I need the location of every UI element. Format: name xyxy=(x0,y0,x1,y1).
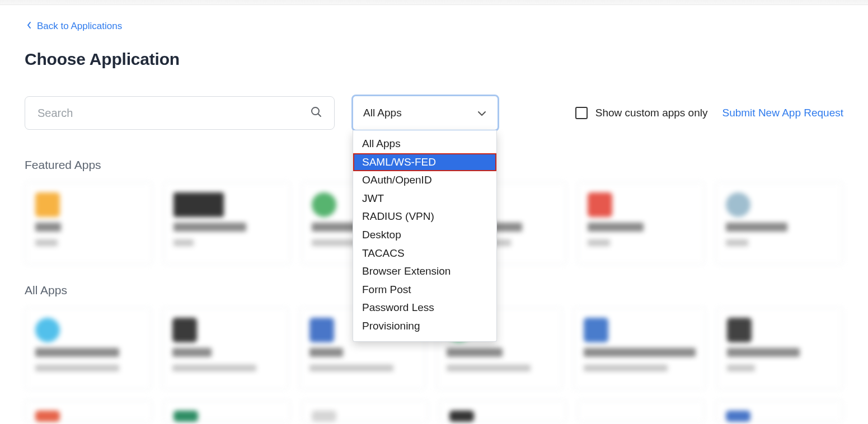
app-icon xyxy=(35,411,60,422)
dropdown-option[interactable]: Provisioning xyxy=(353,317,496,336)
app-name xyxy=(726,223,787,232)
app-card[interactable] xyxy=(573,307,706,390)
dropdown-option[interactable]: TACACS xyxy=(353,244,496,263)
app-name xyxy=(309,348,343,357)
app-name xyxy=(35,223,61,232)
app-name xyxy=(447,348,503,357)
app-name xyxy=(584,348,696,357)
app-card[interactable] xyxy=(25,182,153,265)
app-card[interactable] xyxy=(25,307,152,390)
dropdown-option[interactable]: Form Post xyxy=(353,281,496,299)
app-card[interactable] xyxy=(577,182,705,265)
dropdown-option[interactable]: Browser Extension xyxy=(353,262,496,281)
app-icon xyxy=(173,192,224,217)
app-subtitle xyxy=(172,365,256,371)
app-subtitle xyxy=(309,365,393,371)
app-icon xyxy=(309,318,334,342)
search-input-container[interactable] xyxy=(25,96,335,130)
app-icon xyxy=(726,411,750,422)
dropdown-option[interactable]: All Apps xyxy=(353,135,496,153)
app-type-dropdown-menu: All AppsSAML/WS-FEDOAuth/OpenIDJWTRADIUS… xyxy=(353,130,497,342)
app-card[interactable] xyxy=(716,307,843,390)
app-subtitle xyxy=(35,365,119,371)
app-name xyxy=(35,348,119,357)
page-title: Choose Application xyxy=(25,50,843,69)
all-apps-grid-row2 xyxy=(25,400,843,422)
back-link-label: Back to Applications xyxy=(37,21,122,32)
dropdown-option[interactable]: JWT xyxy=(353,190,496,208)
chevron-left-icon xyxy=(27,21,31,32)
app-subtitle xyxy=(588,239,610,246)
app-icon xyxy=(172,318,197,342)
app-card[interactable] xyxy=(577,400,705,422)
dropdown-option[interactable]: RADIUS (VPN) xyxy=(353,208,496,226)
app-card[interactable] xyxy=(301,400,429,422)
app-card[interactable] xyxy=(25,400,153,422)
app-card[interactable] xyxy=(163,182,291,265)
app-card[interactable] xyxy=(163,400,291,422)
chevron-down-icon xyxy=(477,107,486,119)
app-icon xyxy=(35,192,60,217)
dropdown-option[interactable]: Desktop xyxy=(353,226,496,244)
app-card[interactable] xyxy=(715,400,843,422)
app-icon xyxy=(312,192,336,217)
app-subtitle xyxy=(35,239,58,246)
dropdown-option[interactable]: OAuth/OpenID xyxy=(353,171,496,190)
app-subtitle xyxy=(173,239,194,246)
app-card[interactable] xyxy=(715,182,843,265)
app-name xyxy=(588,223,644,232)
search-input[interactable] xyxy=(36,106,309,120)
submit-new-app-request-link[interactable]: Submit New App Request xyxy=(722,107,843,119)
app-icon xyxy=(588,192,612,217)
dropdown-option[interactable]: SAML/WS-FED xyxy=(353,153,496,172)
app-icon xyxy=(312,411,336,422)
app-name xyxy=(172,348,212,357)
dropdown-option[interactable]: Password Less xyxy=(353,299,496,317)
app-card[interactable] xyxy=(439,400,567,422)
app-icon xyxy=(584,318,608,342)
app-subtitle xyxy=(584,365,668,371)
show-custom-apps-label: Show custom apps only xyxy=(595,107,708,119)
app-icon xyxy=(173,411,198,422)
app-subtitle xyxy=(727,365,755,371)
app-icon xyxy=(35,318,60,342)
search-icon xyxy=(309,105,323,121)
app-name xyxy=(173,223,246,232)
app-name xyxy=(727,348,800,357)
app-icon xyxy=(727,318,752,342)
app-icon xyxy=(449,411,474,422)
checkbox-icon xyxy=(575,107,588,119)
app-subtitle xyxy=(726,239,748,246)
show-custom-apps-checkbox[interactable]: Show custom apps only xyxy=(575,107,708,119)
app-icon xyxy=(726,192,750,217)
app-subtitle xyxy=(447,365,531,371)
dropdown-selected-label: All Apps xyxy=(363,107,402,119)
back-to-applications-link[interactable]: Back to Applications xyxy=(25,16,122,32)
app-type-dropdown[interactable]: All Apps xyxy=(351,95,499,131)
app-icon xyxy=(588,411,612,422)
app-card[interactable] xyxy=(162,307,289,390)
